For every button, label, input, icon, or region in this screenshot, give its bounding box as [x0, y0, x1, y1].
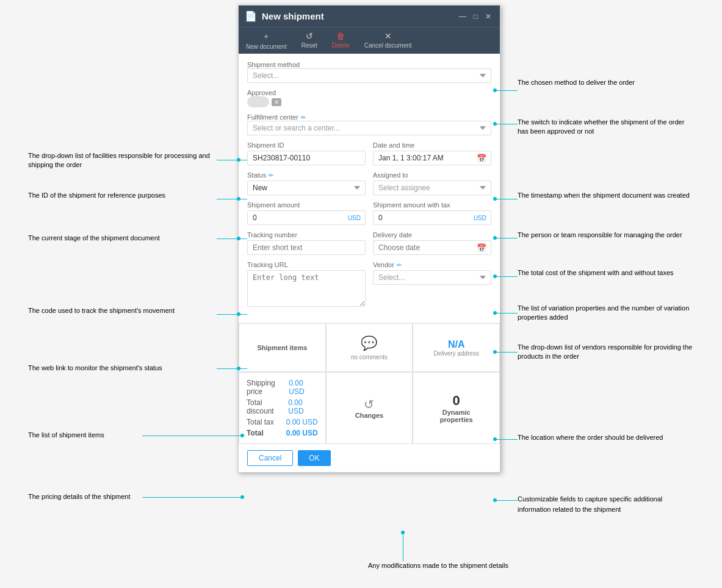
status-select[interactable]: New [247, 181, 366, 195]
title-bar-left: 📄 New shipment [245, 10, 324, 22]
new-document-label: New document [246, 43, 287, 50]
vendor-group: Vendor ✏ Select... [373, 261, 491, 307]
currency-label: USD [348, 215, 361, 221]
dot-shipment-id [237, 197, 240, 201]
comments-panel[interactable]: 💬 no comments [326, 323, 413, 372]
delivery-address-panel[interactable]: N/A Delivery address [413, 323, 500, 372]
reset-button[interactable]: ↺ Reset [294, 27, 325, 54]
delete-label: Delete [332, 42, 350, 49]
total-tax-value: 0.00 USD [286, 418, 318, 426]
approved-toggle[interactable]: ✕ [247, 96, 281, 107]
tracking-number-input[interactable] [247, 240, 366, 255]
delivery-address-label: Delivery address [433, 350, 478, 357]
annotation-dynamic: Customizable fields to capture specific … [518, 494, 695, 514]
connector-shipment-method [494, 90, 518, 91]
dot-vendor [493, 350, 497, 354]
date-time-group: Date and time 📅 [373, 142, 491, 165]
cancel-button[interactable]: Cancel [247, 450, 293, 466]
changes-label: Changes [355, 412, 383, 419]
delivery-address-value: N/A [448, 339, 465, 350]
shipment-items-panel[interactable]: Shipment items [239, 323, 326, 372]
annotation-shipment-method: The chosen method to deliver the order [518, 78, 635, 87]
vendor-select[interactable]: Select... [373, 270, 491, 285]
connector-amount [494, 276, 518, 277]
close-button[interactable]: ✕ [483, 11, 494, 22]
connector-fulfillment [217, 160, 247, 160]
dot-date-time [493, 197, 497, 201]
comments-icon: 💬 [361, 335, 377, 351]
connector-status [217, 238, 247, 239]
total-value: 0.00 USD [286, 429, 318, 437]
delete-button[interactable]: 🗑 Delete [325, 27, 357, 54]
status-edit-icon[interactable]: ✏ [269, 172, 273, 179]
annotation-tracking: The code used to track the shipment's mo… [28, 306, 199, 315]
status-group: Status ✏ New [247, 171, 366, 195]
date-field-wrap: 📅 [373, 151, 491, 165]
maximize-button[interactable]: □ [471, 11, 480, 22]
shipment-amount-tax-group: Shipment amount with tax USD [373, 201, 491, 225]
connector-vendor [494, 352, 518, 353]
shipment-amount-label: Shipment amount [247, 201, 366, 209]
title-bar-controls: — □ ✕ [457, 11, 494, 22]
dialog-window: 📄 New shipment — □ ✕ ＋ New document ↺ Re… [238, 5, 500, 473]
connector-v-changes [403, 532, 403, 561]
connector-approved [494, 124, 518, 124]
no-comments-text: no comments [351, 354, 388, 360]
dot-amount [493, 274, 497, 278]
dot-delivery-address [493, 437, 497, 441]
delivery-date-input[interactable] [373, 240, 491, 255]
toggle-track[interactable] [247, 96, 269, 107]
amount-row: Shipment amount USD Shipment amount with… [247, 201, 491, 225]
fulfillment-select[interactable]: Select or search a center... [247, 121, 491, 135]
tracking-url-label: Tracking URL [247, 261, 366, 268]
annotation-tracking-url: The web link to monitor the shipment's s… [28, 364, 211, 373]
total-tax-label: Total tax [247, 418, 274, 426]
annotation-amount: The total cost of the shipment with and … [518, 268, 695, 278]
vendor-edit-icon[interactable]: ✏ [397, 262, 402, 268]
annotation-vendor: The drop-down list of vendors responsibl… [518, 343, 695, 362]
fulfillment-edit-icon[interactable]: ✏ [301, 114, 306, 121]
shipment-id-group: Shipment ID [247, 142, 366, 165]
cancel-icon: ✕ [384, 31, 392, 41]
total-row: Total 0.00 USD [247, 428, 318, 439]
total-label: Total [247, 429, 264, 437]
annotation-fulfillment: The drop-down list of facilities respons… [28, 151, 211, 170]
dot-changes [401, 531, 405, 534]
annotation-date-time: The timestamp when the shipment document… [518, 191, 695, 200]
minimize-button[interactable]: — [457, 11, 469, 22]
dynamic-properties-value: 0 [453, 393, 460, 409]
shipping-price-label: Shipping price [247, 379, 289, 396]
amount-field-wrap: USD [247, 210, 366, 225]
date-time-input[interactable] [373, 151, 491, 165]
connector-shipment-items [142, 436, 244, 436]
delivery-date-label: Delivery date [373, 231, 491, 238]
shipment-id-input[interactable] [247, 151, 366, 165]
delivery-date-group: Delivery date 📅 [373, 231, 491, 255]
total-discount-label: Total discount [247, 398, 288, 415]
connector-tracking-url [217, 368, 247, 369]
dot-tracking-url [237, 367, 240, 370]
delivery-calendar-icon[interactable]: 📅 [477, 243, 486, 253]
bottom-row2: Shipping price 0.00 USD Total discount 0… [239, 372, 500, 444]
tracking-url-input[interactable] [247, 270, 366, 307]
delivery-date-field-wrap: 📅 [373, 240, 491, 255]
dot-delivery-date [493, 311, 497, 315]
changes-panel[interactable]: ↺ Changes [326, 372, 413, 444]
dynamic-properties-panel[interactable]: 0 Dynamic properties [413, 372, 500, 444]
dot-dynamic [493, 498, 497, 502]
shipment-method-select[interactable]: Select... [247, 68, 491, 83]
tracking-number-label: Tracking number [247, 231, 366, 238]
connector-date-time [494, 199, 518, 199]
annotation-approved: The switch to indicate whether the shipm… [518, 118, 695, 137]
document-icon: 📄 [245, 10, 257, 22]
dot-assigned [493, 236, 497, 240]
ok-button[interactable]: OK [298, 450, 330, 466]
shipment-method-row: Shipment method Select... [247, 61, 491, 83]
date-time-label: Date and time [373, 142, 491, 149]
cancel-document-button[interactable]: ✕ Cancel document [357, 27, 419, 54]
connector-pricing [142, 497, 244, 498]
assigned-to-select[interactable]: Select assignee [373, 181, 491, 195]
calendar-icon[interactable]: 📅 [477, 154, 486, 163]
toggle-x-button[interactable]: ✕ [272, 98, 281, 106]
new-document-button[interactable]: ＋ New document [239, 27, 294, 54]
